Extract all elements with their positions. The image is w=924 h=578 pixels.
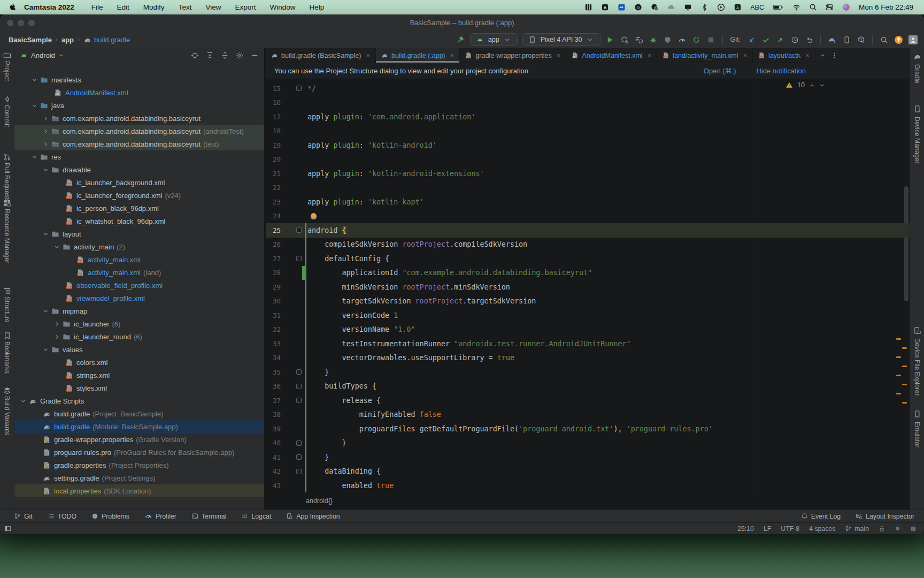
tree-item-activity-main[interactable]: activity_main(2) (14, 240, 264, 253)
bookmarks-icon[interactable] (3, 332, 11, 340)
film-icon[interactable] (584, 3, 592, 11)
tree-item-gradle-scripts[interactable]: Gradle Scripts (14, 394, 264, 407)
tree-item-settings.gradle[interactable]: settings.gradle(Project Settings) (14, 471, 264, 484)
tool-strip-item-device-file-explorer[interactable]: Device File Explorer (913, 338, 921, 396)
code-line-33[interactable]: 33 testInstrumentationRunner "androidx.t… (266, 337, 910, 351)
tool-window-button-git[interactable]: Git (14, 513, 33, 520)
fold-marker-icon[interactable] (295, 450, 303, 465)
menu-file[interactable]: File (91, 3, 103, 11)
code-line-35[interactable]: 35 } (266, 365, 910, 379)
close-tab-icon[interactable]: × (743, 51, 748, 59)
resource-manager-icon[interactable] (3, 199, 11, 207)
close-tab-icon[interactable]: × (366, 51, 370, 59)
close-tab-icon[interactable]: × (805, 51, 810, 59)
code-line-27[interactable]: 27 defaultConfig { (266, 252, 910, 266)
chevron-down-icon[interactable] (20, 398, 27, 404)
battery-icon[interactable] (773, 3, 784, 11)
code-line-22[interactable]: 22 (266, 181, 910, 195)
tool-window-button-event-log[interactable]: Event Log (801, 513, 841, 520)
code-line-32[interactable]: 32 versionName "1.0" (266, 323, 910, 337)
tool-window-button-layout-inspector[interactable]: Layout Inspector (856, 513, 914, 520)
tree-item-colors.xml[interactable]: </>colors.xml (14, 356, 264, 369)
code-line-42[interactable]: 42 dataBinding { (266, 465, 910, 479)
upgrade-assistant-icon[interactable] (894, 35, 903, 44)
open-project-structure-link[interactable]: Open (⌘;) (704, 67, 736, 75)
code-line-37[interactable]: 37 release { (266, 393, 910, 408)
chevron-down-icon[interactable] (820, 52, 826, 58)
menubar-app-name[interactable]: Camtasia 2022 (24, 3, 74, 11)
tool-window-button-todo[interactable]: TODO (48, 513, 76, 520)
chevron-down-icon[interactable] (43, 167, 49, 173)
chevron-right-icon[interactable] (54, 334, 60, 340)
chevron-down-icon[interactable] (32, 154, 38, 160)
collapse-all-icon[interactable] (206, 51, 214, 59)
avatar-icon[interactable] (908, 35, 918, 44)
encoding-indicator[interactable]: UTF-8 (781, 525, 799, 533)
close-tab-icon[interactable]: × (648, 51, 652, 59)
unlock-icon[interactable] (879, 526, 885, 532)
chevron-down-icon[interactable] (54, 244, 60, 250)
tree-item-activity-main.xml[interactable]: </>activity_main.xml (14, 253, 264, 266)
tree-item-viewmodel-profile.xml[interactable]: </>viewmodel_profile.xml (14, 292, 264, 305)
code-line-43[interactable]: 43 enabled true (266, 478, 910, 492)
notifications-icon[interactable] (910, 526, 917, 532)
editor-tab-build.gradle-basicsample-[interactable]: build.gradle (BasicSample)× (266, 48, 376, 63)
code-line-23[interactable]: 23apply plugin: 'kotlin-kapt' (266, 195, 910, 209)
tool-window-button-app-inspection[interactable]: App Inspection (286, 513, 340, 520)
tree-item-com.example.android.databinding.basiceyrut[interactable]: com.example.android.databinding.basiceyr… (14, 125, 264, 138)
tree-item-mipmap[interactable]: mipmap (14, 305, 264, 317)
cloud-icon[interactable] (667, 3, 675, 11)
code-line-20[interactable]: 20 (266, 153, 910, 167)
tool-window-toggle-icon[interactable] (4, 525, 11, 532)
play-circle-icon[interactable] (717, 3, 725, 11)
settings-gear-icon[interactable] (236, 51, 244, 59)
tool-strip-item-resource-manager[interactable]: Resource Manager (3, 209, 11, 263)
menu-modify[interactable]: Modify (143, 3, 165, 11)
menu-text[interactable]: Text (179, 3, 192, 11)
caret-position[interactable]: 25:10 (737, 525, 754, 533)
kebab-icon[interactable] (831, 52, 838, 59)
apple-logo-icon[interactable] (9, 3, 17, 11)
chevron-down-icon[interactable] (43, 231, 49, 237)
fold-marker-icon[interactable] (295, 436, 303, 451)
menu-edit[interactable]: Edit (117, 3, 129, 11)
git-commit-icon[interactable] (761, 35, 771, 44)
breadcrumb-item[interactable]: app (61, 36, 74, 44)
chevron-down-icon[interactable] (32, 77, 38, 83)
gradle-icon[interactable] (913, 52, 921, 60)
breadcrumb-item[interactable]: BasicSample (9, 36, 52, 44)
run-configuration-selector[interactable]: app (470, 33, 518, 46)
tree-item-styles.xml[interactable]: </>styles.xml (14, 382, 264, 394)
breadcrumb-file[interactable]: build.gradle (83, 36, 130, 44)
tree-item-ic-whatshot-black-96dp.xml[interactable]: </>ic_whatshot_black_96dp.xml (14, 215, 264, 227)
tree-item-ic-launcher[interactable]: ic_launcher(6) (14, 317, 264, 330)
gradle-sync-icon[interactable] (827, 35, 837, 44)
code-line-24[interactable]: 24 (266, 209, 910, 224)
input-abc-label[interactable]: ABC (750, 4, 764, 11)
menu-export[interactable]: Export (235, 3, 256, 11)
code-line-18[interactable]: 18 (266, 124, 910, 139)
tree-item-com.example.android.databinding.basiceyrut[interactable]: com.example.android.databinding.basiceyr… (14, 138, 264, 150)
attach-debugger-icon[interactable] (663, 35, 673, 44)
notification-count-icon[interactable]: 16 (651, 3, 659, 11)
git-branch-widget[interactable]: main (845, 525, 869, 533)
tool-window-button-terminal[interactable]: Terminal (191, 513, 226, 520)
tool-strip-item-device-manager[interactable]: Device Manager (913, 117, 921, 163)
code-line-38[interactable]: 38 minifyEnabled false (266, 408, 910, 422)
bluetooth-icon[interactable] (700, 3, 709, 11)
code-line-41[interactable]: 41 } (266, 450, 910, 465)
device-selector[interactable]: Pixel 4 API 30 (522, 33, 600, 46)
indent-indicator[interactable]: 4 spaces (809, 525, 835, 533)
tree-item-observable-field-profile.xml[interactable]: </>observable_field_profile.xml (14, 279, 264, 292)
fold-marker-icon[interactable] (295, 465, 303, 479)
device-manager-icon[interactable] (842, 35, 851, 44)
profile-app-icon[interactable]: A (620, 35, 629, 44)
tool-window-button-profiler[interactable]: Profiler (144, 512, 176, 520)
history-icon[interactable] (790, 35, 799, 44)
code-line-34[interactable]: 34 vectorDrawables.useSupportLibrary = t… (266, 351, 910, 366)
tool-strip-item-project[interactable]: Project (3, 61, 11, 81)
fold-marker-icon[interactable] (295, 393, 303, 408)
tool-strip-item-gradle[interactable]: Gradle (913, 64, 921, 83)
tree-item-res[interactable]: res (14, 150, 264, 163)
line-ending-indicator[interactable]: LF (764, 525, 771, 533)
